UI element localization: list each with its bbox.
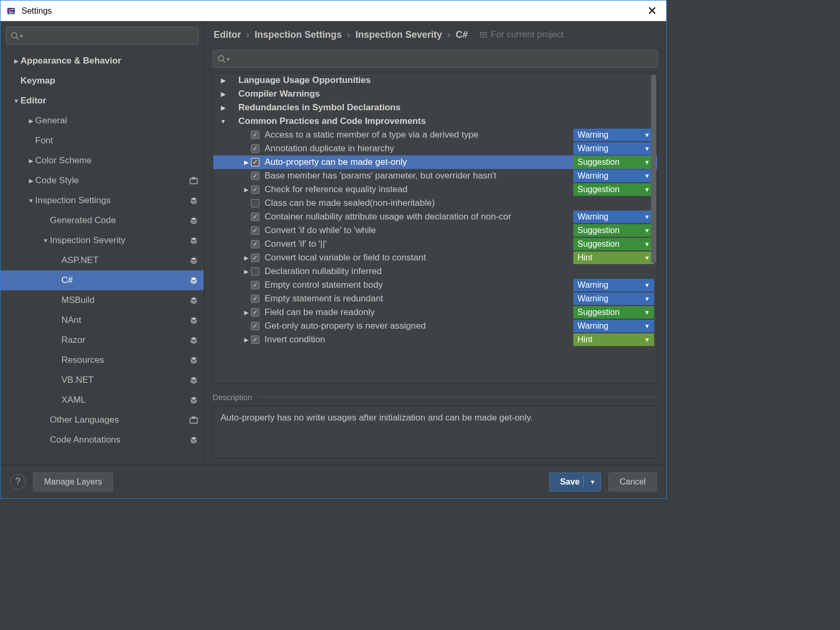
sidebar-item-razor[interactable]: Razor xyxy=(1,330,204,350)
sidebar-item-code-style[interactable]: ▶Code Style xyxy=(1,171,204,191)
settings-tree[interactable]: ▶Appearance & BehaviorKeymap▼Editor▶Gene… xyxy=(1,48,204,465)
inspection-item[interactable]: Container nullability attribute usage wi… xyxy=(213,210,657,224)
severity-dropdown[interactable]: Warning▼ xyxy=(573,320,654,332)
scrollbar[interactable] xyxy=(651,75,656,382)
inspection-checkbox[interactable] xyxy=(251,172,259,180)
severity-dropdown[interactable]: Warning▼ xyxy=(573,279,654,291)
inspection-item[interactable]: ▶Field can be made readonlySuggestion▼ xyxy=(213,306,657,319)
search-options-caret-icon[interactable]: ▾ xyxy=(20,33,23,39)
inspection-item[interactable]: ▶Auto-property can be made get-onlySugge… xyxy=(213,155,657,169)
sidebar-item-other-languages[interactable]: Other Languages xyxy=(1,410,204,430)
expand-icon: ▶ xyxy=(218,91,228,98)
inspection-item[interactable]: Base member has 'params' parameter, but … xyxy=(213,169,657,183)
sidebar-item-label: Appearance & Behavior xyxy=(20,56,198,66)
inspection-item[interactable]: Annotation duplicate in hierarchyWarning… xyxy=(213,142,657,155)
inspection-checkbox[interactable] xyxy=(251,308,259,317)
inspection-checkbox[interactable] xyxy=(251,335,259,344)
sidebar-item-resources[interactable]: Resources xyxy=(1,350,204,370)
inspection-category[interactable]: ▶Language Usage Opportunities xyxy=(213,74,657,87)
severity-dropdown[interactable]: Suggestion▼ xyxy=(573,183,654,196)
help-button[interactable]: ? xyxy=(10,474,26,490)
inspection-item[interactable]: ▶Check for reference equality insteadSug… xyxy=(213,183,657,196)
severity-dropdown[interactable]: Warning▼ xyxy=(573,170,654,182)
inspection-checkbox[interactable] xyxy=(251,322,259,330)
inspection-checkbox[interactable] xyxy=(251,267,259,276)
inspection-item[interactable]: ▶Declaration nullability inferred▼ xyxy=(213,265,657,278)
layers-icon xyxy=(189,316,198,325)
sidebar-search-input[interactable]: ▾ xyxy=(6,27,198,45)
sidebar-item-vb-net[interactable]: VB.NET xyxy=(1,370,204,390)
search-options-caret-icon[interactable]: ▾ xyxy=(227,56,229,62)
scrollbar-thumb[interactable] xyxy=(651,75,656,264)
severity-dropdown[interactable]: Suggestion▼ xyxy=(573,238,654,250)
inspection-item[interactable]: Class can be made sealed(non-inheritable… xyxy=(213,196,657,210)
severity-dropdown[interactable]: Warning▼ xyxy=(573,142,654,155)
inspection-category[interactable]: ▼Common Practices and Code Improvements xyxy=(213,114,657,128)
inspection-item[interactable]: ▶Convert local variable or field to cons… xyxy=(213,251,657,265)
severity-label: Hint xyxy=(578,335,592,344)
inspection-item[interactable]: Empty statement is redundantWarning▼ xyxy=(213,292,657,306)
sidebar-item-asp-net[interactable]: ASP.NET xyxy=(1,250,204,270)
inspection-checkbox[interactable] xyxy=(251,199,259,207)
inspection-checkbox[interactable] xyxy=(251,144,259,153)
sidebar-item-editor[interactable]: ▼Editor xyxy=(1,91,204,111)
sidebar-item-keymap[interactable]: Keymap xyxy=(1,71,204,91)
breadcrumb-part[interactable]: Inspection Settings xyxy=(255,29,342,40)
inspection-search-input[interactable]: ▾ xyxy=(213,50,658,68)
save-button[interactable]: Save▼ xyxy=(549,472,601,491)
sidebar-item-general[interactable]: ▶General xyxy=(1,111,204,131)
close-button[interactable]: ✕ xyxy=(643,4,661,18)
inspection-checkbox[interactable] xyxy=(251,254,259,262)
sidebar-item-appearance-behavior[interactable]: ▶Appearance & Behavior xyxy=(1,51,204,71)
inspection-checkbox[interactable] xyxy=(251,295,259,303)
severity-dropdown[interactable]: Warning▼ xyxy=(573,292,654,305)
inspection-item[interactable]: Get-only auto-property is never assigned… xyxy=(213,319,657,333)
inspection-label: Auto-property can be made get-only xyxy=(265,157,573,167)
inspection-item[interactable]: Convert 'if do while' to 'whileSuggestio… xyxy=(213,224,657,237)
breadcrumb-part[interactable]: Inspection Severity xyxy=(355,29,442,40)
inspection-category[interactable]: ▶Compiler Warnings xyxy=(213,87,657,101)
inspection-checkbox[interactable] xyxy=(251,240,259,248)
breadcrumb-part[interactable]: C# xyxy=(456,29,468,40)
inspection-label: Empty control statement body xyxy=(265,280,573,290)
inspection-label: Get-only auto-property is never assigned xyxy=(265,321,573,331)
sidebar-item-color-scheme[interactable]: ▶Color Scheme xyxy=(1,151,204,171)
sidebar-item-inspection-settings[interactable]: ▼Inspection Settings xyxy=(1,191,204,211)
sidebar-item-generated-code[interactable]: Generated Code xyxy=(1,211,204,230)
cancel-button[interactable]: Cancel xyxy=(608,472,657,491)
inspection-item[interactable]: Convert 'if' to '||'Suggestion▼ xyxy=(213,237,657,251)
severity-dropdown[interactable]: Hint▼ xyxy=(573,333,654,346)
inspection-checkbox[interactable] xyxy=(251,226,259,235)
inspection-item[interactable]: Empty control statement bodyWarning▼ xyxy=(213,278,657,292)
inspection-checkbox[interactable] xyxy=(251,185,259,194)
severity-dropdown[interactable]: Suggestion▼ xyxy=(573,156,654,169)
inspection-label: Field can be made readonly xyxy=(265,307,573,318)
chevron-down-icon: ▼ xyxy=(644,145,650,152)
sidebar-item-xaml[interactable]: XAML xyxy=(1,390,204,410)
sidebar-item-font[interactable]: Font xyxy=(1,131,204,151)
sidebar-item-c-[interactable]: C# xyxy=(1,270,204,290)
inspection-list[interactable]: ▶Language Usage Opportunities▶Compiler W… xyxy=(213,74,657,383)
inspection-item[interactable]: ▶Invert conditionHint▼ xyxy=(213,333,657,346)
inspection-checkbox[interactable] xyxy=(251,158,259,166)
manage-layers-button[interactable]: Manage Layers xyxy=(33,472,113,491)
save-options-caret-icon[interactable]: ▼ xyxy=(590,479,595,485)
inspection-category[interactable]: ▶Redundancies in Symbol Declarations xyxy=(213,101,657,114)
severity-dropdown[interactable]: Warning▼ xyxy=(573,129,654,141)
chevron-right-icon: › xyxy=(447,29,450,40)
severity-dropdown[interactable]: Suggestion▼ xyxy=(573,224,654,237)
inspection-checkbox[interactable] xyxy=(251,131,259,139)
sidebar-item-code-annotations[interactable]: Code Annotations xyxy=(1,430,204,450)
inspection-checkbox[interactable] xyxy=(251,213,259,221)
severity-dropdown[interactable]: Warning▼ xyxy=(573,211,654,223)
inspection-item[interactable]: Access to a static member of a type via … xyxy=(213,128,657,142)
sidebar-item-label: VB.NET xyxy=(61,375,189,385)
sidebar-item-nant[interactable]: NAnt xyxy=(1,310,204,330)
severity-dropdown[interactable]: Suggestion▼ xyxy=(573,306,654,319)
sidebar-item-msbuild[interactable]: MSBuild xyxy=(1,290,204,310)
severity-dropdown[interactable]: Hint▼ xyxy=(573,251,654,264)
inspection-checkbox[interactable] xyxy=(251,281,259,289)
sidebar-item-inspection-severity[interactable]: ▼Inspection Severity xyxy=(1,230,204,250)
breadcrumb-part[interactable]: Editor xyxy=(214,29,241,40)
sidebar-item-label: Code Annotations xyxy=(50,435,189,445)
